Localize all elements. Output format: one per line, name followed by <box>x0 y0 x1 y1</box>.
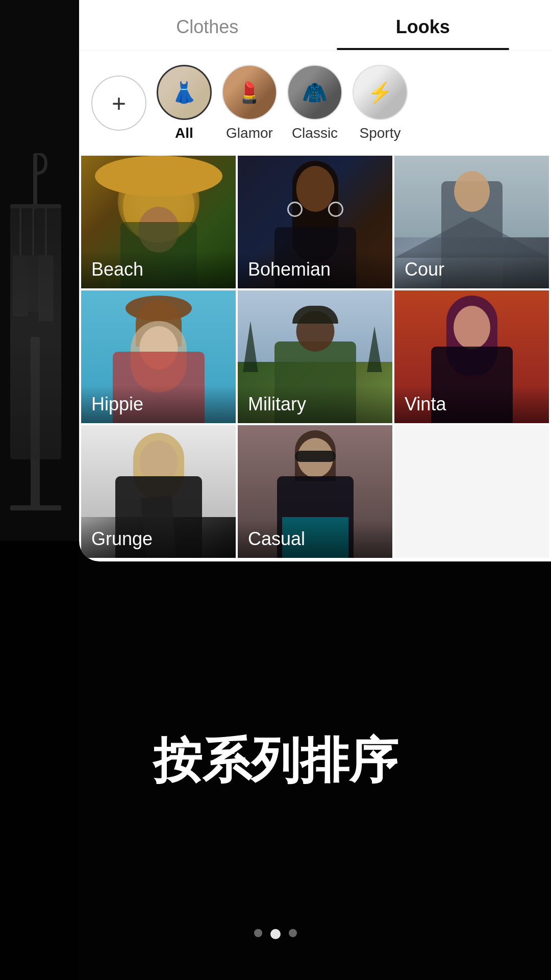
vintage-label: Vinta <box>394 385 549 423</box>
military-label: Military <box>238 385 392 423</box>
pagination-dot-2[interactable] <box>270 929 281 939</box>
style-cell-military[interactable]: Military <box>238 290 392 423</box>
tab-clothes[interactable]: Clothes <box>99 0 315 50</box>
tab-looks[interactable]: Looks <box>315 0 531 50</box>
style-cell-vintage[interactable]: Vinta <box>394 290 549 423</box>
tab-bar: Clothes Looks <box>79 0 551 51</box>
clothes-rack-icon <box>5 153 66 510</box>
category-glamor-avatar <box>222 65 277 120</box>
style-cell-bohemian[interactable]: Bohemian <box>238 156 392 288</box>
category-all-avatar <box>157 65 212 120</box>
style-cell-beach[interactable]: Beach <box>81 156 236 288</box>
add-category-button[interactable]: + <box>91 76 146 131</box>
category-classic[interactable]: Classic <box>287 65 342 141</box>
style-cell-country[interactable]: Cour <box>394 156 549 288</box>
svg-rect-5 <box>13 255 28 316</box>
category-sporty-label: Sporty <box>360 125 401 141</box>
style-cell-empty <box>394 425 549 558</box>
pagination-dot-3[interactable] <box>289 929 297 937</box>
style-cell-hippie[interactable]: Hippie <box>81 290 236 423</box>
category-glamor[interactable]: Glamor <box>222 65 277 141</box>
category-sporty[interactable]: Sporty <box>353 65 408 141</box>
svg-rect-7 <box>38 255 54 322</box>
pagination-dots <box>254 929 297 939</box>
style-cell-casual[interactable]: Casual <box>238 425 392 558</box>
bottom-cta-area: 按系列排序 <box>0 541 551 980</box>
main-panel: Clothes Looks + All Glamor Classic Sport… <box>79 0 551 561</box>
category-sporty-avatar <box>353 65 408 120</box>
bottom-cta-text: 按系列排序 <box>122 731 429 790</box>
pagination-dot-1[interactable] <box>254 929 262 937</box>
category-all-label: All <box>175 125 193 141</box>
bohemian-label: Bohemian <box>238 251 392 288</box>
style-grid: Beach Bohemian <box>79 156 551 558</box>
category-all[interactable]: All <box>157 65 212 141</box>
svg-rect-6 <box>26 255 41 311</box>
svg-rect-0 <box>10 204 61 208</box>
country-label: Cour <box>394 251 549 288</box>
beach-label: Beach <box>81 251 236 288</box>
category-classic-label: Classic <box>292 125 338 141</box>
svg-rect-9 <box>31 337 40 510</box>
svg-rect-1 <box>33 153 37 209</box>
category-glamor-label: Glamor <box>226 125 273 141</box>
category-filter-row: + All Glamor Classic Sporty <box>79 51 551 156</box>
plus-icon: + <box>112 89 126 117</box>
style-cell-grunge[interactable]: Grunge <box>81 425 236 558</box>
svg-rect-10 <box>10 505 61 510</box>
hippie-label: Hippie <box>81 385 236 423</box>
category-classic-avatar <box>287 65 342 120</box>
